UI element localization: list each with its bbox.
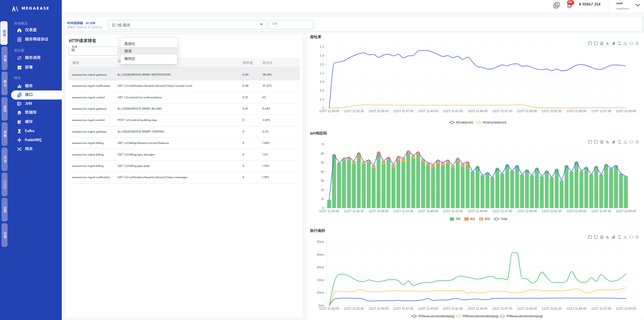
svg-text:12/27 11:35:00: 12/27 11:35:00 [369, 109, 389, 113]
svg-text:12/27 11:55:00: 12/27 11:55:00 [566, 209, 587, 213]
svg-text:50: 50 [321, 161, 324, 165]
svg-text:1.2: 1.2 [320, 71, 324, 75]
svg-text:12/27 11:57:30: 12/27 11:57:30 [591, 209, 611, 213]
svg-text:12/27 11:45:00: 12/27 11:45:00 [468, 307, 488, 310]
svg-text:1.5: 1.5 [320, 63, 324, 66]
svg-text:401: 401 [470, 217, 475, 221]
svg-text:Total: Total [501, 217, 507, 221]
svg-text:12/27 11:37:30: 12/27 11:37:30 [393, 109, 414, 113]
svg-text:30ms: 30ms [317, 266, 324, 269]
svg-text:12/27 11:32:30: 12/27 11:32:30 [344, 307, 364, 310]
svg-text:12/27 11:35:00: 12/27 11:35:00 [369, 209, 389, 213]
svg-text:12/27 11:32:30: 12/27 11:32:30 [344, 109, 364, 113]
svg-text:12/27 11:30:00: 12/27 11:30:00 [319, 109, 339, 113]
svg-text:12/27 11:42:30: 12/27 11:42:30 [443, 209, 463, 213]
svg-text:中: 中 [555, 4, 557, 8]
svg-text:0.3: 0.3 [320, 98, 324, 101]
svg-text:执行毫秒: 执行毫秒 [310, 229, 325, 233]
svg-text:0.9: 0.9 [320, 80, 324, 84]
svg-text:50ms: 50ms [317, 240, 324, 244]
svg-text:40: 40 [321, 170, 324, 174]
svg-text:12/27 11:47:30: 12/27 11:47:30 [492, 209, 512, 213]
svg-text:60: 60 [321, 152, 324, 155]
svg-text:2.1: 2.1 [320, 45, 324, 49]
svg-text:40ms: 40ms [317, 253, 324, 257]
svg-text:P50executionduration[avg]: P50executionduration[avg] [418, 314, 454, 318]
svg-text:10: 10 [321, 197, 324, 201]
svg-text:12/27 11:40:00: 12/27 11:40:00 [418, 209, 438, 213]
svg-text:12/27 11:47:30: 12/27 11:47:30 [492, 307, 512, 310]
svg-text:30: 30 [321, 179, 324, 183]
svg-text:12/27 11:42:30: 12/27 11:42:30 [443, 307, 463, 310]
svg-text:200: 200 [455, 217, 461, 221]
svg-text:12/27 11:52:30: 12/27 11:52:30 [542, 209, 562, 213]
svg-text:1.8: 1.8 [320, 54, 324, 57]
svg-text:12/27 11:50:00: 12/27 11:50:00 [517, 109, 537, 113]
svg-text:M1errorrate[sum]: M1errorrate[sum] [483, 121, 506, 124]
svg-text:20ms: 20ms [317, 278, 324, 282]
svg-text:12/27 11:37:30: 12/27 11:37:30 [393, 209, 414, 213]
svg-text:M1rate[sum]: M1rate[sum] [456, 121, 473, 124]
svg-text:12/27 11:47:30: 12/27 11:47:30 [492, 109, 512, 113]
svg-text:12/27 11:40:00: 12/27 11:40:00 [418, 109, 438, 113]
svg-text:12/27 11:50:00: 12/27 11:50:00 [517, 209, 537, 213]
svg-text:70: 70 [321, 143, 324, 146]
svg-text:12/27 11:32:30: 12/27 11:32:30 [344, 209, 364, 213]
svg-text:403: 403 [485, 217, 490, 221]
svg-text:吞吐率: 吞吐率 [310, 35, 321, 39]
svg-text:12/27 12:00:00: 12/27 12:00:00 [616, 109, 636, 113]
svg-text:0.6: 0.6 [320, 89, 324, 92]
svg-text:12/27 11:52:30: 12/27 11:52:30 [542, 109, 562, 113]
svg-text:20: 20 [321, 188, 324, 192]
svg-text:API响应码: API响应码 [310, 131, 327, 135]
svg-text:12/27 11:37:30: 12/27 11:37:30 [393, 307, 414, 310]
svg-text:12/27 11:57:30: 12/27 11:57:30 [591, 307, 611, 310]
svg-text:P99executionduration[avg]: P99executionduration[avg] [507, 314, 542, 318]
svg-text:12/27 11:30:00: 12/27 11:30:00 [319, 307, 339, 310]
svg-text:12/27 11:57:30: 12/27 11:57:30 [591, 109, 611, 113]
svg-text:12/27 11:40:00: 12/27 11:40:00 [418, 307, 438, 310]
svg-text:12/27 11:45:00: 12/27 11:45:00 [468, 109, 488, 113]
svg-text:10ms: 10ms [317, 291, 324, 295]
svg-text:12/27 11:45:00: 12/27 11:45:00 [468, 209, 488, 213]
svg-text:12/27 11:55:00: 12/27 11:55:00 [566, 109, 587, 113]
svg-text:12/27 12:00:00: 12/27 12:00:00 [616, 307, 636, 310]
svg-text:12/27 11:30:00: 12/27 11:30:00 [319, 209, 339, 213]
svg-text:12/27 11:55:00: 12/27 11:55:00 [566, 307, 587, 310]
svg-text:12/27 11:42:30: 12/27 11:42:30 [443, 109, 463, 113]
svg-text:12/27 12:00:00: 12/27 12:00:00 [616, 209, 636, 213]
svg-text:12/27 11:50:00: 12/27 11:50:00 [517, 307, 537, 310]
svg-text:12/27 11:35:00: 12/27 11:35:00 [369, 307, 389, 310]
svg-text:P95executionduration[avg]: P95executionduration[avg] [463, 314, 498, 318]
svg-text:12/27 11:52:30: 12/27 11:52:30 [542, 307, 562, 310]
